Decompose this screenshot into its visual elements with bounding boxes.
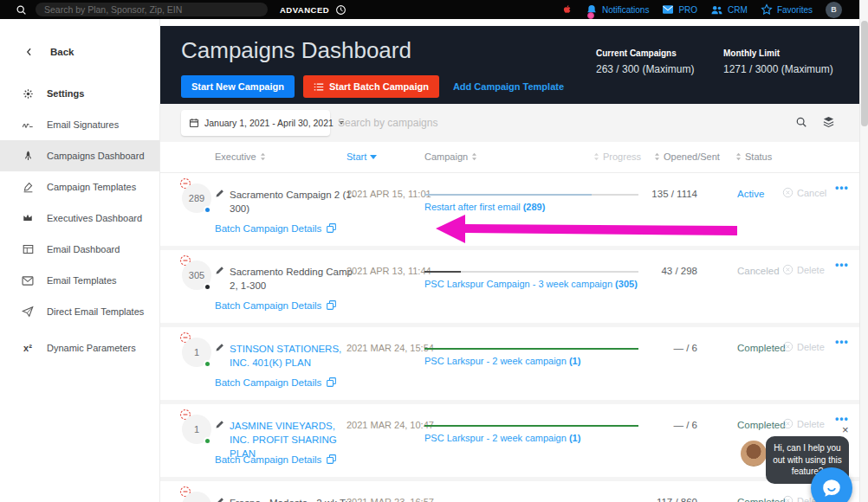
notifications-button[interactable]: Notifications xyxy=(586,3,649,16)
search-icon xyxy=(16,4,27,16)
back-button[interactable]: Back xyxy=(0,38,159,66)
crown-icon xyxy=(21,213,35,223)
edit-pencil-icon[interactable] xyxy=(215,265,225,275)
campaign-link[interactable]: PSC Larkspur - 2 week campaign (1) xyxy=(424,433,580,443)
star-icon xyxy=(761,3,773,16)
sidebar-item-campaign-templates[interactable]: Campaign Templates xyxy=(0,171,159,203)
start-batch-campaign-button[interactable]: Start Batch Campaign xyxy=(303,75,439,98)
row-menu-button[interactable]: ••• xyxy=(835,259,849,271)
user-avatar[interactable]: B xyxy=(826,2,842,18)
notifications-label: Notifications xyxy=(602,5,649,15)
column-header-status[interactable]: Status xyxy=(735,151,772,162)
crm-button[interactable]: CRM xyxy=(710,4,748,16)
scrollbar-thumb[interactable] xyxy=(861,21,868,126)
sidebar-item-label: Campaigns Dashboard xyxy=(47,151,145,161)
opened-sent-value: 43 / 298 xyxy=(611,266,697,276)
sidebar-item-direct-email-templates[interactable]: Direct Email Templates xyxy=(0,296,159,327)
row-menu-button[interactable]: ••• xyxy=(835,182,849,194)
date-range-picker[interactable]: January 1, 2021 - April 30, 2021 xyxy=(181,110,330,136)
page-scrollbar xyxy=(859,0,868,502)
stat-label: Current Campaigns xyxy=(596,48,694,58)
edit-pencil-icon[interactable] xyxy=(215,496,225,502)
stat-label: Monthly Limit xyxy=(723,48,833,58)
column-header-opened-sent[interactable]: Opened/Sent xyxy=(654,151,720,162)
chat-close-icon[interactable]: × xyxy=(842,424,849,435)
table-search-icon[interactable] xyxy=(795,116,807,128)
paper-plane-icon xyxy=(21,306,35,318)
window-restore-icon xyxy=(326,222,337,234)
favorites-button[interactable]: Favorites xyxy=(761,3,813,16)
add-campaign-template-link[interactable]: Add Campaign Template xyxy=(453,81,564,92)
column-header-progress[interactable]: Progress xyxy=(593,151,641,162)
start-datetime: 2021 APR 13, 11:44 xyxy=(347,266,431,276)
executive-name[interactable]: Sacramento Redding Camp 2, 1-300 xyxy=(230,265,356,293)
advanced-search-button[interactable]: ADVANCED xyxy=(280,5,329,15)
executive-name[interactable]: Sacramento Campaign 2 (1-300) xyxy=(230,188,356,216)
column-label: Opened/Sent xyxy=(664,151,720,162)
status-dot xyxy=(204,437,211,445)
row-action-button[interactable]: Delete xyxy=(782,264,825,275)
envelope-icon xyxy=(662,4,674,15)
row-action-button[interactable]: Cancel xyxy=(782,187,826,198)
opened-sent-value: 135 / 1114 xyxy=(611,189,697,199)
pro-button[interactable]: PRO xyxy=(662,4,697,15)
sidebar-item-executives-dashboard[interactable]: Executives Dashboard xyxy=(0,203,159,234)
apple-icon[interactable] xyxy=(561,3,573,16)
details-link-label: Batch Campaign Details xyxy=(215,300,321,311)
row-menu-button[interactable]: ••• xyxy=(835,336,849,348)
column-header-start[interactable]: Start xyxy=(347,151,377,162)
batch-campaign-details-link[interactable]: Batch Campaign Details xyxy=(215,454,337,465)
stat-value: 1271 / 3000 (Maximum) xyxy=(723,63,833,75)
row-action-button[interactable]: Delete xyxy=(782,341,825,352)
start-new-campaign-button[interactable]: Start New Campaign xyxy=(181,75,295,98)
batch-campaign-details-link[interactable]: Batch Campaign Details xyxy=(215,376,337,388)
sort-desc-icon xyxy=(370,155,377,159)
date-range-label: January 1, 2021 - April 30, 2021 xyxy=(204,118,334,128)
filter-bar: January 1, 2021 - April 30, 2021 xyxy=(160,104,859,142)
edit-pencil-icon[interactable] xyxy=(215,419,225,429)
layers-icon[interactable] xyxy=(822,115,835,129)
row-action-button[interactable]: Delete xyxy=(782,418,825,429)
crm-label: CRM xyxy=(728,5,748,15)
executive-count-badge: 142 xyxy=(179,486,214,502)
campaign-link[interactable]: PSC Larkspur - 2 week campaign (1) xyxy=(424,356,580,366)
stat-value: 263 / 300 (Maximum) xyxy=(596,63,694,75)
edit-pencil-icon[interactable] xyxy=(215,342,225,352)
global-search-input[interactable] xyxy=(36,3,268,16)
status-dot xyxy=(204,360,211,368)
chat-launcher-button[interactable] xyxy=(811,467,852,502)
page-header: Campaigns Dashboard Start New Campaign S… xyxy=(160,26,859,104)
campaign-link[interactable]: PSC Larkspur Campaign - 3 week campaign … xyxy=(424,279,638,289)
batch-campaign-details-link[interactable]: Batch Campaign Details xyxy=(215,299,337,311)
campaign-link[interactable]: Restart after first email (289) xyxy=(424,202,545,212)
sidebar-item-label: Email Templates xyxy=(47,275,117,286)
opened-sent-value: — / 6 xyxy=(611,420,697,430)
start-datetime: 2021 MAR 23, 16:57 xyxy=(347,497,434,502)
executive-name[interactable]: Fresno - Modesto - 2 wk Tu We Th xyxy=(230,496,356,502)
sidebar-item-email-dashboard[interactable]: Email Dashboard xyxy=(0,234,159,265)
column-header-executive[interactable]: Executive xyxy=(215,151,266,162)
sidebar-item-label: Executives Dashboard xyxy=(47,213,142,223)
status-badge: Completed xyxy=(737,497,786,502)
progress-bar xyxy=(424,348,638,350)
table-row: 305 Sacramento Redding Camp 2, 1-300 Bat… xyxy=(160,250,859,323)
executive-name[interactable]: STINSON STATIONERS, INC. 401(K) PLAN xyxy=(230,342,356,370)
column-header-campaign[interactable]: Campaign xyxy=(424,151,477,162)
main-content: Campaigns Dashboard Start New Campaign S… xyxy=(160,19,859,502)
top-bar: ADVANCED Notifications PRO xyxy=(0,0,859,19)
action-label: Delete xyxy=(797,342,825,352)
sidebar-item-email-signatures[interactable]: Email Signatures xyxy=(0,109,159,140)
sort-icon xyxy=(593,152,599,161)
campaign-search-input[interactable] xyxy=(338,113,615,133)
history-clock-icon[interactable] xyxy=(335,4,347,16)
edit-pencil-icon[interactable] xyxy=(215,188,225,198)
sidebar-item-settings[interactable]: Settings xyxy=(0,78,159,109)
back-label: Back xyxy=(50,47,74,57)
calendar-icon xyxy=(189,118,199,128)
sidebar-item-campaigns-dashboard[interactable]: Campaigns Dashboard xyxy=(0,140,159,171)
status-badge: Canceled xyxy=(737,266,780,276)
progress-bar-fill xyxy=(424,348,638,350)
sidebar-item-email-templates[interactable]: Email Templates xyxy=(0,265,159,296)
sidebar-item-dynamic-parameters[interactable]: x² Dynamic Parameters xyxy=(0,332,159,364)
batch-campaign-details-link[interactable]: Batch Campaign Details xyxy=(215,222,337,234)
